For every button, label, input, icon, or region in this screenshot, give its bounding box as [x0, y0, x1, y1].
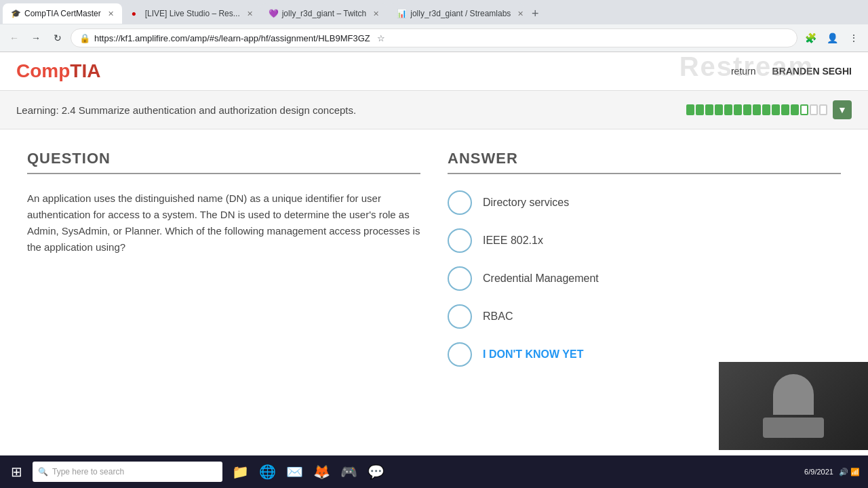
tab-favicon-twitch: 💜 — [269, 9, 278, 18]
radio-ieee[interactable] — [448, 228, 472, 253]
tab-favicon-certmaster: 🎓 — [11, 9, 20, 18]
radio-rbac[interactable] — [448, 304, 472, 329]
learning-text: Learning: 2.4 Summarize authentication a… — [16, 104, 356, 116]
progress-seg-9 — [762, 104, 770, 115]
tab-close-livestudio[interactable]: ✕ — [247, 9, 253, 18]
main-content: QUESTION An application uses the disting… — [0, 129, 868, 387]
taskbar-search[interactable]: 🔍 Type here to search — [33, 462, 222, 482]
option-label-directory-services: Directory services — [483, 197, 569, 209]
address-bar-icons: ☆ — [377, 33, 385, 43]
app-header: CompTIA return BRANDEN SEGHI — [0, 52, 868, 91]
firefox-icon: 🦊 — [313, 464, 330, 480]
header-right: return BRANDEN SEGHI — [731, 66, 852, 77]
tab-label-certmaster: CompTIA CertMaster — [24, 9, 101, 18]
progress-seg-10 — [772, 104, 780, 115]
progress-seg-14 — [810, 104, 818, 115]
logo: CompTIA — [16, 60, 100, 82]
person-body — [763, 418, 824, 438]
progress-seg-11 — [781, 104, 789, 115]
refresh-button[interactable]: ↻ — [49, 29, 66, 47]
tab-label-streamlabs: jolly_r3d_giant / Streamlabs — [410, 9, 511, 18]
answer-options: Directory services IEEE 802.1x Credentia… — [448, 190, 841, 367]
option-label-dont-know: I DON'T KNOW YET — [483, 348, 583, 361]
mail-icon: ✉️ — [286, 464, 303, 480]
taskbar-steam[interactable]: 🎮 — [336, 460, 361, 484]
start-button[interactable]: ⊞ — [3, 458, 30, 485]
video-overlay — [719, 362, 868, 450]
steam-icon: 🎮 — [340, 464, 357, 480]
progress-seg-6 — [734, 104, 742, 115]
new-tab-button[interactable]: + — [526, 4, 545, 23]
question-section-title: QUESTION — [27, 150, 420, 174]
answer-option-2[interactable]: IEEE 802.1x — [448, 228, 841, 253]
search-placeholder: Type here to search — [52, 467, 124, 476]
person-head — [773, 374, 814, 415]
search-icon: 🔍 — [38, 467, 48, 476]
radio-dont-know[interactable] — [448, 342, 472, 367]
windows-icon: ⊞ — [11, 464, 22, 480]
option-label-rbac: RBAC — [483, 310, 513, 323]
discord-icon: 💬 — [368, 464, 384, 480]
progress-seg-7 — [743, 104, 751, 115]
taskbar: ⊞ 🔍 Type here to search 📁 🌐 ✉️ 🦊 🎮 💬 — [0, 455, 868, 488]
lock-icon: 🔒 — [79, 33, 90, 43]
option-label-ieee: IEEE 802.1x — [483, 235, 543, 247]
progress-seg-12 — [791, 104, 799, 115]
question-text: An application uses the distinguished na… — [27, 190, 420, 256]
taskbar-edge[interactable]: 🌐 — [255, 460, 279, 484]
tab-favicon-streamlabs: 📊 — [397, 9, 406, 18]
answer-option-4[interactable]: RBAC — [448, 304, 841, 329]
browser-chrome: 🎓 CompTIA CertMaster ✕ ● [LIVE] Live Stu… — [0, 0, 868, 52]
progress-seg-2 — [696, 104, 704, 115]
question-section: QUESTION An application uses the disting… — [27, 150, 420, 367]
radio-credential[interactable] — [448, 266, 472, 291]
progress-seg-3 — [705, 104, 713, 115]
progress-seg-4 — [715, 104, 723, 115]
return-link[interactable]: return — [731, 66, 756, 77]
url-text: https://kf1.amplifire.com/amp/#s/learn-a… — [94, 33, 370, 43]
logo-tia: TIA — [70, 60, 100, 81]
taskbar-discord[interactable]: 💬 — [363, 460, 388, 484]
tab-twitch[interactable]: 💜 jolly_r3d_giant – Twitch ✕ — [260, 3, 388, 24]
tab-close-streamlabs[interactable]: ✕ — [517, 9, 524, 18]
address-bar-row: ← → ↻ 🔒 https://kf1.amplifire.com/amp/#s… — [0, 24, 868, 52]
bookmark-icon[interactable]: ☆ — [377, 33, 385, 43]
more-button[interactable]: ⋮ — [845, 29, 863, 47]
files-icon: 📁 — [232, 464, 249, 480]
tab-livestudio[interactable]: ● [LIVE] Live Studio – Res... ✕ — [123, 3, 259, 24]
taskbar-firefox[interactable]: 🦊 — [309, 460, 334, 484]
progress-seg-5 — [724, 104, 732, 115]
option-label-credential: Credential Management — [483, 272, 599, 285]
tab-label-twitch: jolly_r3d_giant – Twitch — [282, 9, 367, 18]
answer-option-1[interactable]: Directory services — [448, 190, 841, 215]
progress-seg-1 — [686, 104, 694, 115]
tab-favicon-livestudio: ● — [132, 9, 141, 18]
extensions-button[interactable]: 🧩 — [802, 29, 819, 47]
answer-section-title: ANSWER — [448, 150, 841, 174]
logo-comp: Comp — [16, 60, 70, 81]
tab-certmaster[interactable]: 🎓 CompTIA CertMaster ✕ — [3, 3, 122, 24]
page-wrapper: 🎓 CompTIA CertMaster ✕ ● [LIVE] Live Stu… — [0, 0, 868, 488]
taskbar-apps: 📁 🌐 ✉️ 🦊 🎮 💬 — [228, 460, 388, 484]
taskbar-mail[interactable]: ✉️ — [282, 460, 307, 484]
radio-directory-services[interactable] — [448, 190, 472, 215]
taskbar-tray: 🔊 📶 — [839, 468, 860, 476]
tab-close-certmaster[interactable]: ✕ — [108, 9, 114, 18]
progress-container: ▼ — [686, 100, 852, 119]
tab-close-twitch[interactable]: ✕ — [373, 9, 379, 18]
video-person — [719, 362, 868, 450]
back-button[interactable]: ← — [5, 29, 23, 47]
taskbar-time: 6/9/2021 — [804, 468, 833, 476]
learning-banner: Learning: 2.4 Summarize authentication a… — [0, 91, 868, 129]
address-bar[interactable]: 🔒 https://kf1.amplifire.com/amp/#s/learn… — [71, 28, 797, 47]
progress-dropdown[interactable]: ▼ — [833, 100, 852, 119]
progress-seg-15 — [819, 104, 827, 115]
progress-bar — [686, 104, 827, 115]
profile-button[interactable]: 👤 — [823, 29, 841, 47]
progress-seg-current — [800, 104, 808, 115]
answer-option-3[interactable]: Credential Management — [448, 266, 841, 291]
taskbar-files[interactable]: 📁 — [228, 460, 252, 484]
tab-streamlabs[interactable]: 📊 jolly_r3d_giant / Streamlabs ✕ — [389, 3, 524, 24]
forward-button[interactable]: → — [27, 29, 45, 47]
tab-bar: 🎓 CompTIA CertMaster ✕ ● [LIVE] Live Stu… — [0, 0, 868, 24]
